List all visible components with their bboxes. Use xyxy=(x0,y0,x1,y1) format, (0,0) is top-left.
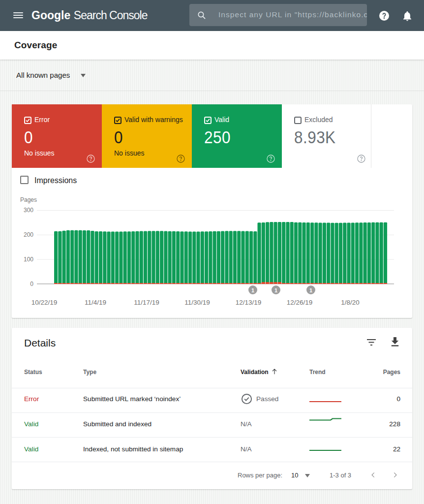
svg-text:1: 1 xyxy=(309,287,312,293)
svg-text:1: 1 xyxy=(251,287,254,293)
svg-text:1: 1 xyxy=(274,287,277,293)
